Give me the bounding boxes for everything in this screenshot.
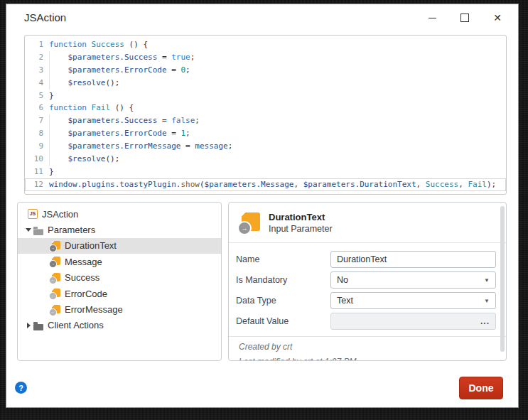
line-number: 4 [25,77,49,90]
line-number: 8 [25,127,49,140]
data-type-dropdown[interactable]: Text▼ [330,292,496,309]
input-parameter-icon [50,257,60,266]
code-text: $parameters.ErrorCode = 1; [49,129,190,138]
inspector-fields: NameDurationTextIs MandatoryNo▼Data Type… [229,243,506,330]
output-parameter-icon [50,289,60,298]
input-parameter-icon [50,241,60,251]
tree-item-label: JSAction [42,209,78,220]
code-line-3[interactable]: 3 $parameters.ErrorCode = 0; [25,64,506,77]
line-number: 10 [25,153,49,166]
tree-item-errorcode[interactable]: ErrorCode [18,286,221,301]
window-controls: ✕ [416,8,514,28]
code-line-6[interactable]: 6function Fail () { [25,102,506,114]
tree-item-errormessage[interactable]: ErrorMessage [18,301,221,317]
minimize-icon [429,18,436,18]
line-number: 11 [25,166,49,178]
action-tree-panel: JSActionParametersDurationTextMessageSuc… [17,202,222,361]
help-icon: ? [18,384,23,392]
code-line-10[interactable]: 10 $resolve(); [25,153,506,166]
code-text: $resolve(); [49,154,119,163]
code-text: $parameters.ErrorMessage = message; [49,141,232,151]
code-line-11[interactable]: 11} [25,166,506,178]
line-number: 6 [25,102,49,114]
jsaction-dialog: JSAction ✕ 1function Success () {2 $para… [6,4,519,408]
code-text: $resolve(); [49,78,119,87]
inspector-subtitle: Input Parameter [269,224,333,234]
tree-item-success[interactable]: Success [18,270,221,286]
tree-item-label: Message [65,257,102,267]
code-line-1[interactable]: 1function Success () { [25,38,506,51]
expander-right-icon[interactable] [23,323,33,328]
input-parameter-icon [237,212,260,234]
line-number: 7 [25,114,49,127]
code-editor[interactable]: 1function Success () {2 $parameters.Succ… [24,35,507,195]
field-value: DurationText [337,254,490,264]
field-label-is-mandatory: Is Mandatory [236,275,330,285]
tree-list: JSActionParametersDurationTextMessageSuc… [18,206,221,333]
default-value-field[interactable]: ... [330,313,496,330]
code-text: } [49,167,54,176]
field-row-is-mandatory: Is MandatoryNo▼ [236,271,496,289]
inspector-title: DurationText [269,212,333,222]
tree-item-label: Parameters [48,225,95,235]
line-number: 9 [25,140,49,153]
folder-open-icon [33,226,43,236]
output-parameter-icon [50,273,60,283]
code-text: } [49,91,54,100]
tree-item-label: Client Actions [48,320,104,330]
window-title: JSAction [24,11,66,23]
maximize-button[interactable] [448,8,481,28]
tree-item-label: ErrorMessage [65,304,123,315]
inspector-header: DurationText Input Parameter [229,203,506,242]
tree-item-jsaction[interactable]: JSAction [18,206,221,222]
code-text: $parameters.Success = true; [49,53,195,62]
code-line-5[interactable]: 5} [25,90,506,102]
help-button[interactable]: ? [15,382,27,394]
close-button[interactable]: ✕ [481,8,514,28]
inspector-meta: Created by crt Last modified by crt at 1… [229,336,506,361]
line-number: 1 [25,38,49,51]
code-line-4[interactable]: 4 $resolve(); [25,77,506,90]
code-text: function Success () { [49,40,148,49]
code-text: window.plugins.toastyPlugin.show($parame… [49,180,496,189]
line-number: 5 [25,90,49,102]
created-by-text: Created by crt [239,342,496,352]
expander-down-icon[interactable] [23,228,33,232]
tree-item-label: DurationText [65,240,117,251]
code-line-7[interactable]: 7 $parameters.Success = false; [25,114,506,127]
output-parameter-icon [50,305,60,315]
code-lines: 1function Success () {2 $parameters.Succ… [25,38,506,191]
field-row-name: NameDurationText [236,251,496,268]
tree-item-client-actions[interactable]: Client Actions [18,318,221,333]
ellipsis-button[interactable]: ... [480,316,490,326]
code-line-2[interactable]: 2 $parameters.Success = true; [25,51,506,64]
done-button[interactable]: Done [459,377,503,399]
field-label-data-type: Data Type [236,296,330,306]
code-line-9[interactable]: 9 $parameters.ErrorMessage = message; [25,140,506,153]
code-line-12[interactable]: 12window.plugins.toastyPlugin.show($para… [25,178,506,191]
maximize-icon [460,14,469,22]
inspector-titles: DurationText Input Parameter [269,212,333,234]
js-icon [28,209,38,219]
tree-item-parameters[interactable]: Parameters [18,222,221,237]
tree-item-durationtext[interactable]: DurationText [18,238,221,254]
tree-item-message[interactable]: Message [18,254,221,269]
field-value: Text [337,296,484,306]
field-value: No [337,275,484,285]
last-modified-text: Last modified by crt at 1:07 PM [239,357,496,361]
code-text: $parameters.ErrorCode = 0; [49,65,190,75]
line-number: 12 [25,178,49,191]
line-number: 3 [25,64,49,77]
code-text: $parameters.Success = false; [49,116,200,125]
minimize-button[interactable] [416,8,448,28]
line-number: 2 [25,51,49,64]
folder-closed-icon [33,321,43,331]
code-text: function Fail () { [49,103,134,112]
close-icon: ✕ [493,13,502,23]
inspector-scrollbar[interactable] [500,206,505,352]
is-mandatory-dropdown[interactable]: No▼ [330,271,496,289]
code-line-8[interactable]: 8 $parameters.ErrorCode = 1; [25,127,506,140]
field-row-data-type: Data TypeText▼ [236,292,496,309]
name-field[interactable]: DurationText [330,251,496,268]
dropdown-caret-icon: ▼ [484,298,490,304]
